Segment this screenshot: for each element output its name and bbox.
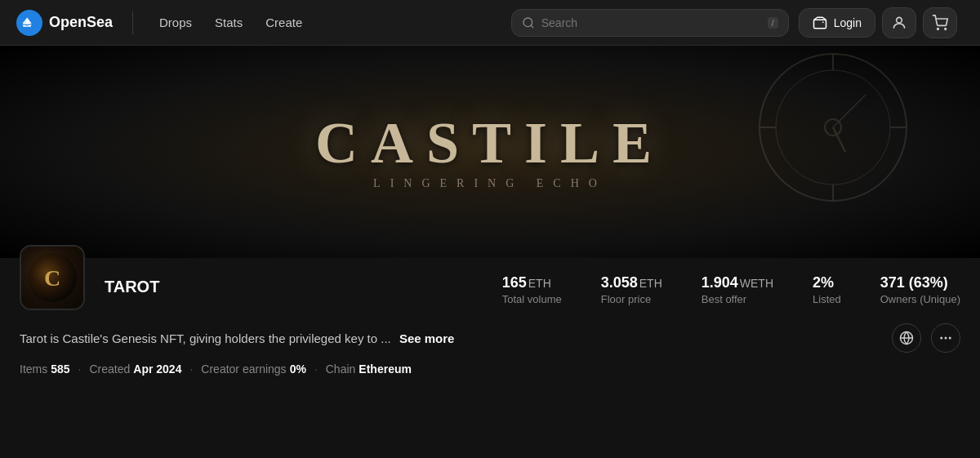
globe-icon xyxy=(899,331,914,345)
nav-drops[interactable]: Drops xyxy=(149,9,202,36)
gear-decoration-icon xyxy=(751,46,915,209)
dot-3: · xyxy=(314,362,318,376)
svg-point-20 xyxy=(945,337,947,340)
search-icon xyxy=(522,16,535,29)
stat-owners: 371 (63%) Owners (Unique) xyxy=(880,274,960,305)
nav-create[interactable]: Create xyxy=(256,9,312,36)
hero-title-main: CASTILE xyxy=(315,113,665,172)
nav-links: Drops Stats Create xyxy=(149,9,312,36)
svg-point-3 xyxy=(897,17,902,23)
created-label: Created xyxy=(89,362,130,376)
chain-value: Ethereum xyxy=(359,362,412,376)
dot-1: · xyxy=(78,362,82,376)
collection-section: C TAROT 165ETH Total volume 3.058ETH Flo… xyxy=(0,258,980,310)
search-bar[interactable]: / xyxy=(511,9,789,37)
svg-point-1 xyxy=(523,18,532,27)
stat-owners-label: Owners (Unique) xyxy=(880,293,960,305)
profile-icon xyxy=(891,15,907,31)
description-row: Tarot is Castile's Genesis NFT, giving h… xyxy=(0,310,980,359)
stat-total-volume-value: 165ETH xyxy=(502,274,562,291)
stat-listed: 2% Listed xyxy=(813,274,841,305)
more-options-button[interactable] xyxy=(931,323,960,353)
description-content: Tarot is Castile's Genesis NFT, giving h… xyxy=(20,331,391,345)
nav-divider xyxy=(132,11,133,34)
collection-name: TAROT xyxy=(105,278,159,296)
profile-button[interactable] xyxy=(882,7,916,38)
brand-name: OpenSea xyxy=(49,14,113,31)
opensea-logo-icon xyxy=(16,10,42,36)
svg-line-13 xyxy=(833,95,866,127)
svg-point-4 xyxy=(938,28,939,29)
stat-floor-price-label: Floor price xyxy=(601,293,662,305)
svg-point-19 xyxy=(940,337,942,340)
collection-header: C TAROT 165ETH Total volume 3.058ETH Flo… xyxy=(20,258,960,310)
search-input[interactable] xyxy=(541,16,761,29)
metadata-row: Items 585 · Created Apr 2024 · Creator e… xyxy=(0,359,980,385)
search-shortcut: / xyxy=(768,17,778,29)
see-more-button[interactable]: See more xyxy=(399,331,455,345)
stat-listed-label: Listed xyxy=(813,293,841,305)
cart-button[interactable] xyxy=(923,7,957,38)
hero-title-sub: LINGERING ECHO xyxy=(315,177,665,190)
collection-avatar: C xyxy=(20,245,85,310)
cart-icon xyxy=(932,15,948,31)
collection-stats: 165ETH Total volume 3.058ETH Floor price… xyxy=(502,268,960,305)
stat-floor-price: 3.058ETH Floor price xyxy=(601,274,662,305)
description-text: Tarot is Castile's Genesis NFT, giving h… xyxy=(20,331,892,345)
more-options-icon xyxy=(938,331,953,345)
stat-best-offer-label: Best offer xyxy=(702,293,773,305)
created-value: Apr 2024 xyxy=(133,362,181,376)
stat-owners-value: 371 (63%) xyxy=(880,274,960,291)
creator-earnings-label: Creator earnings xyxy=(201,362,286,376)
items-value: 585 xyxy=(51,362,69,376)
avatar-inner: C xyxy=(21,247,83,309)
opensea-logo[interactable]: OpenSea xyxy=(16,10,113,36)
stat-total-volume: 165ETH Total volume xyxy=(502,274,562,305)
navbar: OpenSea Drops Stats Create / Login xyxy=(0,0,980,46)
stat-floor-price-value: 3.058ETH xyxy=(601,274,662,291)
login-label: Login xyxy=(834,16,862,29)
login-button[interactable]: Login xyxy=(799,8,875,38)
svg-point-21 xyxy=(949,337,951,340)
description-actions xyxy=(892,323,960,353)
globe-button[interactable] xyxy=(892,323,921,353)
svg-text:C: C xyxy=(44,265,60,291)
hero-title-container: CASTILE LINGERING ECHO xyxy=(315,113,665,190)
wallet-icon xyxy=(813,16,827,30)
stat-best-offer-value: 1.904WETH xyxy=(702,274,773,291)
hero-banner: CASTILE LINGERING ECHO xyxy=(0,46,980,258)
svg-line-14 xyxy=(833,127,845,152)
svg-point-5 xyxy=(945,28,947,29)
stat-listed-value: 2% xyxy=(813,274,841,291)
items-label: Items xyxy=(20,362,47,376)
dot-2: · xyxy=(189,362,193,376)
nav-stats[interactable]: Stats xyxy=(205,9,252,36)
chain-label: Chain xyxy=(326,362,356,376)
stat-total-volume-label: Total volume xyxy=(502,293,562,305)
svg-rect-2 xyxy=(813,20,826,29)
creator-earnings-value: 0% xyxy=(290,362,306,376)
stat-best-offer: 1.904WETH Best offer xyxy=(702,274,773,305)
